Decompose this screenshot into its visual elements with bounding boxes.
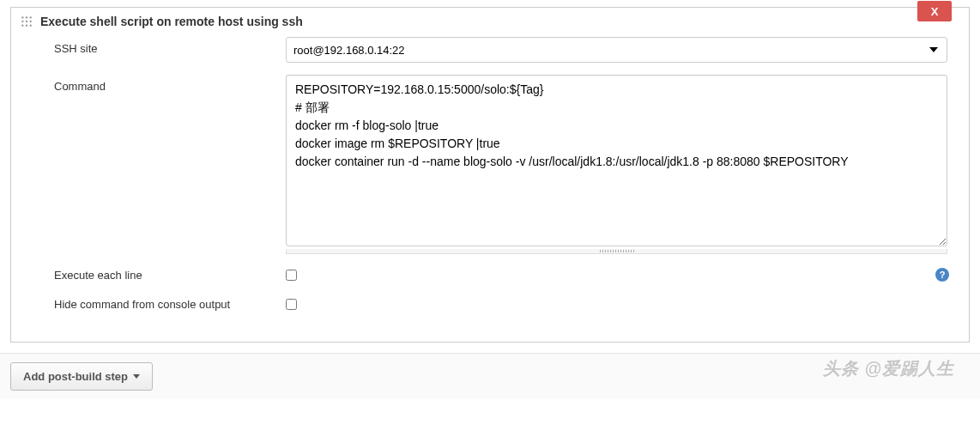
command-row: Command REPOSITORY=192.168.0.15:5000/sol… <box>54 75 947 254</box>
add-step-label: Add post-build step <box>23 370 128 383</box>
svg-point-6 <box>21 25 23 27</box>
add-post-build-step-button[interactable]: Add post-build step <box>10 362 153 391</box>
svg-point-2 <box>30 16 32 18</box>
svg-point-8 <box>30 25 32 27</box>
hide-command-checkbox[interactable] <box>286 299 297 310</box>
execute-each-line-row: Execute each line ? <box>54 266 947 283</box>
svg-point-5 <box>30 21 32 22</box>
chevron-down-icon <box>133 374 140 379</box>
help-icon[interactable]: ? <box>935 268 949 282</box>
ssh-site-label: SSH site <box>54 37 286 55</box>
hide-command-row: Hide command from console output <box>54 295 947 313</box>
ssh-site-select[interactable]: root@192.168.0.14:22 <box>286 37 947 63</box>
step-header: Execute shell script on remote host usin… <box>11 8 969 37</box>
command-textarea[interactable]: REPOSITORY=192.168.0.15:5000/solo:${Tag}… <box>286 75 947 246</box>
resize-grip[interactable] <box>286 249 947 254</box>
svg-point-1 <box>26 16 27 18</box>
execute-each-line-checkbox[interactable] <box>286 270 297 281</box>
ssh-site-row: SSH site root@192.168.0.14:22 <box>54 37 947 63</box>
command-label: Command <box>54 75 286 93</box>
step-title: Execute shell script on remote host usin… <box>40 15 303 28</box>
svg-point-3 <box>21 21 23 22</box>
svg-point-4 <box>26 21 27 22</box>
execute-each-line-label: Execute each line <box>54 269 286 282</box>
svg-point-0 <box>21 16 23 18</box>
bottom-bar: Add post-build step <box>0 353 980 399</box>
hide-command-label: Hide command from console output <box>54 298 286 311</box>
svg-point-7 <box>26 25 27 27</box>
drag-handle-icon[interactable] <box>20 15 33 28</box>
build-step-panel: X Execute shell script on remote host us… <box>10 7 970 343</box>
